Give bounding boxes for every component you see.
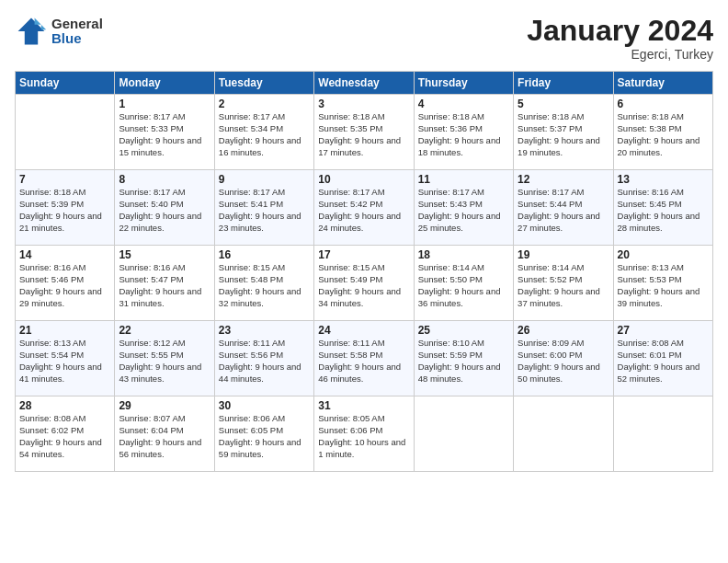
day-info: Sunrise: 8:18 AMSunset: 5:39 PMDaylight:…	[19, 187, 110, 234]
location-subtitle: Egerci, Turkey	[527, 47, 713, 62]
day-info: Sunrise: 8:17 AMSunset: 5:33 PMDaylight:…	[119, 111, 210, 158]
calendar-cell: 7Sunrise: 8:18 AMSunset: 5:39 PMDaylight…	[16, 170, 115, 246]
day-number: 7	[19, 173, 110, 186]
calendar-cell: 18Sunrise: 8:14 AMSunset: 5:50 PMDayligh…	[414, 246, 513, 321]
calendar-cell: 24Sunrise: 8:11 AMSunset: 5:58 PMDayligh…	[314, 321, 414, 396]
calendar-cell: 12Sunrise: 8:17 AMSunset: 5:44 PMDayligh…	[514, 170, 613, 246]
day-info: Sunrise: 8:18 AMSunset: 5:37 PMDaylight:…	[518, 111, 609, 158]
day-number: 14	[19, 248, 110, 261]
week-row-1: 1Sunrise: 8:17 AMSunset: 5:33 PMDaylight…	[16, 95, 713, 170]
calendar-cell	[16, 95, 115, 170]
calendar-cell: 8Sunrise: 8:17 AMSunset: 5:40 PMDaylight…	[115, 170, 214, 246]
calendar-cell: 15Sunrise: 8:16 AMSunset: 5:47 PMDayligh…	[115, 246, 214, 321]
calendar-cell: 2Sunrise: 8:17 AMSunset: 5:34 PMDaylight…	[214, 95, 313, 170]
calendar-cell: 17Sunrise: 8:15 AMSunset: 5:49 PMDayligh…	[314, 246, 414, 321]
week-row-5: 28Sunrise: 8:08 AMSunset: 6:02 PMDayligh…	[16, 396, 713, 472]
calendar-cell: 27Sunrise: 8:08 AMSunset: 6:01 PMDayligh…	[613, 321, 712, 396]
calendar-cell: 31Sunrise: 8:05 AMSunset: 6:06 PMDayligh…	[314, 396, 414, 472]
day-number: 10	[318, 173, 409, 186]
day-number: 9	[219, 173, 310, 186]
calendar-cell	[414, 396, 513, 472]
day-info: Sunrise: 8:12 AMSunset: 5:55 PMDaylight:…	[119, 338, 210, 385]
day-number: 5	[518, 98, 609, 110]
calendar-cell: 6Sunrise: 8:18 AMSunset: 5:38 PMDaylight…	[613, 95, 712, 170]
calendar-cell	[613, 396, 712, 472]
day-info: Sunrise: 8:17 AMSunset: 5:44 PMDaylight:…	[518, 187, 609, 234]
day-number: 11	[418, 173, 509, 186]
calendar-cell: 5Sunrise: 8:18 AMSunset: 5:37 PMDaylight…	[514, 95, 613, 170]
calendar-cell: 13Sunrise: 8:16 AMSunset: 5:45 PMDayligh…	[613, 170, 712, 246]
day-info: Sunrise: 8:11 AMSunset: 5:58 PMDaylight:…	[318, 338, 409, 385]
calendar-cell: 30Sunrise: 8:06 AMSunset: 6:05 PMDayligh…	[214, 396, 313, 472]
logo-text: General Blue	[51, 17, 103, 47]
day-info: Sunrise: 8:18 AMSunset: 5:35 PMDaylight:…	[318, 111, 409, 158]
weekday-header-tuesday: Tuesday	[214, 72, 313, 95]
day-number: 30	[219, 399, 310, 412]
day-number: 3	[318, 98, 409, 110]
day-info: Sunrise: 8:09 AMSunset: 6:00 PMDaylight:…	[518, 338, 609, 385]
day-number: 22	[119, 324, 210, 337]
weekday-header-wednesday: Wednesday	[314, 72, 414, 95]
month-title: January 2024	[527, 15, 713, 47]
day-number: 19	[518, 248, 609, 261]
day-number: 27	[618, 324, 709, 337]
day-info: Sunrise: 8:17 AMSunset: 5:34 PMDaylight:…	[219, 111, 310, 158]
calendar-cell: 4Sunrise: 8:18 AMSunset: 5:36 PMDaylight…	[414, 95, 513, 170]
day-info: Sunrise: 8:13 AMSunset: 5:54 PMDaylight:…	[19, 338, 110, 385]
calendar-cell: 1Sunrise: 8:17 AMSunset: 5:33 PMDaylight…	[115, 95, 214, 170]
calendar-cell: 10Sunrise: 8:17 AMSunset: 5:42 PMDayligh…	[314, 170, 414, 246]
calendar-cell: 19Sunrise: 8:14 AMSunset: 5:52 PMDayligh…	[514, 246, 613, 321]
day-info: Sunrise: 8:17 AMSunset: 5:40 PMDaylight:…	[119, 187, 210, 234]
day-number: 18	[418, 248, 509, 261]
calendar-cell: 23Sunrise: 8:11 AMSunset: 5:56 PMDayligh…	[214, 321, 313, 396]
day-number: 6	[618, 98, 709, 110]
day-info: Sunrise: 8:08 AMSunset: 6:02 PMDaylight:…	[19, 413, 110, 460]
day-info: Sunrise: 8:15 AMSunset: 5:49 PMDaylight:…	[318, 262, 409, 309]
day-number: 31	[318, 399, 409, 412]
svg-marker-0	[18, 18, 45, 45]
day-number: 23	[219, 324, 310, 337]
logo-general: General	[51, 17, 103, 32]
day-number: 26	[518, 324, 609, 337]
calendar-cell: 29Sunrise: 8:07 AMSunset: 6:04 PMDayligh…	[115, 396, 214, 472]
day-number: 21	[19, 324, 110, 337]
day-info: Sunrise: 8:17 AMSunset: 5:41 PMDaylight:…	[219, 187, 310, 234]
day-number: 12	[518, 173, 609, 186]
logo-blue: Blue	[51, 31, 103, 47]
calendar: SundayMondayTuesdayWednesdayThursdayFrid…	[15, 71, 713, 472]
day-number: 17	[318, 248, 409, 261]
weekday-header-friday: Friday	[514, 72, 613, 95]
calendar-cell: 22Sunrise: 8:12 AMSunset: 5:55 PMDayligh…	[115, 321, 214, 396]
day-number: 4	[418, 98, 509, 110]
day-number: 24	[318, 324, 409, 337]
weekday-header-thursday: Thursday	[414, 72, 513, 95]
calendar-cell: 11Sunrise: 8:17 AMSunset: 5:43 PMDayligh…	[414, 170, 513, 246]
day-info: Sunrise: 8:18 AMSunset: 5:36 PMDaylight:…	[418, 111, 509, 158]
week-row-3: 14Sunrise: 8:16 AMSunset: 5:46 PMDayligh…	[16, 246, 713, 321]
day-info: Sunrise: 8:15 AMSunset: 5:48 PMDaylight:…	[219, 262, 310, 309]
week-row-4: 21Sunrise: 8:13 AMSunset: 5:54 PMDayligh…	[16, 321, 713, 396]
day-info: Sunrise: 8:16 AMSunset: 5:47 PMDaylight:…	[119, 262, 210, 309]
logo: General Blue	[15, 15, 103, 48]
calendar-cell: 26Sunrise: 8:09 AMSunset: 6:00 PMDayligh…	[514, 321, 613, 396]
day-info: Sunrise: 8:05 AMSunset: 6:06 PMDaylight:…	[318, 413, 409, 460]
day-info: Sunrise: 8:10 AMSunset: 5:59 PMDaylight:…	[418, 338, 509, 385]
day-info: Sunrise: 8:08 AMSunset: 6:01 PMDaylight:…	[618, 338, 709, 385]
calendar-cell: 20Sunrise: 8:13 AMSunset: 5:53 PMDayligh…	[613, 246, 712, 321]
day-info: Sunrise: 8:14 AMSunset: 5:50 PMDaylight:…	[418, 262, 509, 309]
page: General Blue January 2024 Egerci, Turkey…	[0, 0, 728, 563]
calendar-cell: 3Sunrise: 8:18 AMSunset: 5:35 PMDaylight…	[314, 95, 414, 170]
day-number: 15	[119, 248, 210, 261]
weekday-header-monday: Monday	[115, 72, 214, 95]
title-area: January 2024 Egerci, Turkey	[527, 15, 713, 62]
day-info: Sunrise: 8:17 AMSunset: 5:42 PMDaylight:…	[318, 187, 409, 234]
day-info: Sunrise: 8:16 AMSunset: 5:45 PMDaylight:…	[618, 187, 709, 234]
day-info: Sunrise: 8:17 AMSunset: 5:43 PMDaylight:…	[418, 187, 509, 234]
weekday-header-sunday: Sunday	[16, 72, 115, 95]
day-number: 13	[618, 173, 709, 186]
day-number: 2	[219, 98, 310, 110]
day-info: Sunrise: 8:11 AMSunset: 5:56 PMDaylight:…	[219, 338, 310, 385]
day-number: 1	[119, 98, 210, 110]
day-number: 8	[119, 173, 210, 186]
day-info: Sunrise: 8:18 AMSunset: 5:38 PMDaylight:…	[618, 111, 709, 158]
